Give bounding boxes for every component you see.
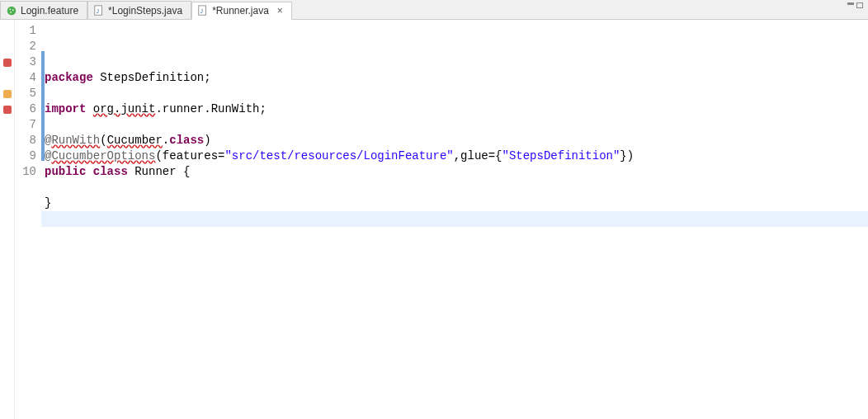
- code-token: package: [45, 71, 100, 84]
- marker-slot: [0, 133, 14, 148]
- error-marker-icon[interactable]: [3, 59, 12, 67]
- code-token: }): [620, 149, 634, 162]
- minimize-maximize-group: [847, 2, 863, 8]
- code-line[interactable]: @RunWith(Cucumber.class): [41, 133, 868, 148]
- line-number: 8: [15, 133, 36, 148]
- line-number-gutter: 12345678910: [15, 20, 41, 419]
- code-line[interactable]: @CucumberOptions(features="src/test/reso…: [41, 148, 868, 164]
- code-token: CucumberOptions: [51, 149, 155, 162]
- marker-slot: [0, 54, 14, 70]
- tab-label: Login.feature: [21, 5, 78, 16]
- line-number: 2: [15, 39, 36, 54]
- marker-slot: [0, 86, 14, 101]
- change-band: [41, 98, 45, 114]
- editor-area: 12345678910 package StepsDefinition;impo…: [0, 20, 868, 419]
- marker-slot: [0, 70, 14, 86]
- code-editor[interactable]: package StepsDefinition;import org.junit…: [41, 20, 868, 419]
- code-token: "src/test/resources/LoginFeature": [224, 149, 453, 162]
- marker-slot: [0, 117, 14, 133]
- change-band: [41, 145, 45, 161]
- line-number: 6: [15, 101, 36, 117]
- code-line[interactable]: [41, 180, 868, 195]
- code-line[interactable]: import org.junit.runner.RunWith;: [41, 101, 868, 117]
- code-token: Cucumber: [107, 134, 163, 147]
- minimize-button[interactable]: [847, 2, 854, 5]
- code-token: Runner {: [134, 165, 190, 178]
- code-token: }: [45, 196, 51, 210]
- line-number: 5: [15, 86, 36, 101]
- marker-column: [0, 20, 15, 419]
- change-band: [41, 67, 45, 82]
- code-token: ): [204, 134, 210, 147]
- warning-marker-icon[interactable]: [3, 90, 12, 98]
- change-band: [41, 20, 45, 35]
- code-token: public class: [45, 165, 134, 178]
- svg-point-0: [7, 6, 17, 15]
- line-number: 1: [15, 23, 36, 39]
- code-token: (features=: [155, 149, 224, 162]
- marker-slot: [0, 164, 14, 180]
- change-band: [41, 161, 45, 177]
- code-token: StepsDefinition;: [100, 71, 210, 84]
- change-band: [41, 114, 45, 129]
- code-token: "StepsDefinition": [502, 149, 620, 162]
- marker-slot: [0, 101, 14, 117]
- maximize-button[interactable]: [856, 2, 863, 8]
- marker-slot: [0, 39, 14, 54]
- change-band: [41, 35, 45, 51]
- change-band: [41, 51, 45, 67]
- svg-point-3: [10, 11, 12, 12]
- code-token: RunWith: [51, 134, 100, 147]
- svg-point-1: [9, 8, 11, 10]
- code-token: ,glue={: [454, 149, 502, 162]
- code-token: org.junit: [93, 102, 156, 115]
- line-number: 9: [15, 148, 36, 164]
- code-token: (: [100, 134, 106, 147]
- marker-slot: [0, 23, 14, 39]
- code-token: .: [163, 134, 169, 147]
- code-line[interactable]: package StepsDefinition;: [41, 70, 868, 86]
- java-file-icon: J: [197, 5, 209, 16]
- code-line[interactable]: [41, 117, 868, 133]
- code-token: import: [45, 102, 93, 115]
- change-band: [41, 82, 45, 98]
- tab-bar: Login.feature J *LoginSteps.java J *Runn…: [0, 0, 868, 20]
- svg-text:J: J: [97, 7, 100, 13]
- tab-label: *LoginSteps.java: [108, 5, 182, 16]
- line-number: 7: [15, 117, 36, 133]
- error-marker-icon[interactable]: [3, 106, 12, 114]
- code-line[interactable]: [41, 86, 868, 101]
- tab-login-feature[interactable]: Login.feature: [0, 1, 87, 19]
- tab-label: *Runner.java: [212, 5, 269, 16]
- marker-slot: [0, 148, 14, 164]
- svg-point-2: [12, 9, 14, 11]
- change-band: [41, 129, 45, 145]
- java-file-icon: J: [93, 5, 105, 16]
- cucumber-icon: [6, 5, 17, 16]
- tab-runner[interactable]: J *Runner.java ×: [191, 2, 292, 20]
- code-line[interactable]: [41, 211, 868, 227]
- line-number: 10: [15, 164, 36, 180]
- code-token: .runner.RunWith;: [155, 102, 266, 115]
- line-number: 3: [15, 54, 36, 70]
- code-line[interactable]: }: [41, 195, 868, 211]
- code-line[interactable]: public class Runner {: [41, 164, 868, 180]
- code-token: class: [169, 134, 204, 147]
- svg-text:J: J: [200, 8, 204, 14]
- line-number: 4: [15, 70, 36, 86]
- close-icon[interactable]: ×: [277, 5, 283, 16]
- tab-login-steps[interactable]: J *LoginSteps.java: [87, 1, 191, 19]
